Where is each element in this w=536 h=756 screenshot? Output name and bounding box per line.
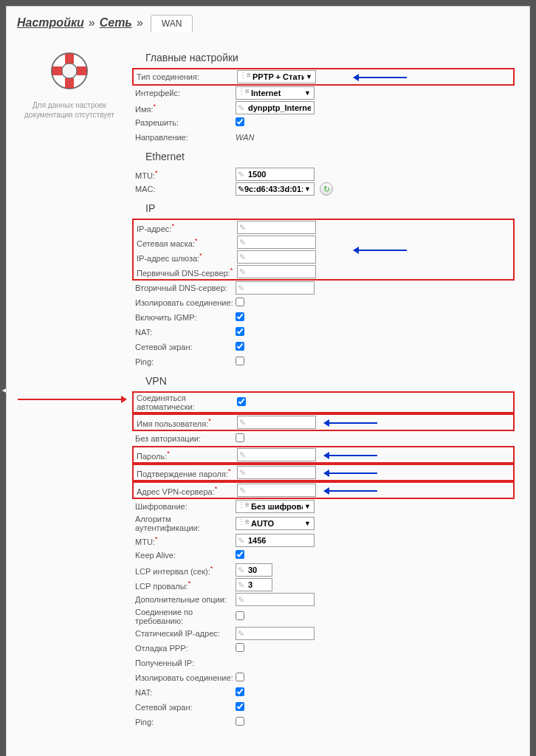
checkbox-vpn-nat[interactable] bbox=[236, 687, 244, 696]
input-vpn-mtu[interactable]: ✎ bbox=[236, 534, 315, 547]
annotation-arrow bbox=[326, 422, 377, 424]
label-vpn-firewall: Сетевой экран: bbox=[132, 703, 236, 712]
input-server[interactable]: ✎ bbox=[237, 484, 316, 497]
label-ping: Ping: bbox=[132, 357, 236, 366]
label-lcp-int: LCP интервал (сек):* bbox=[132, 565, 236, 576]
input-ip[interactable]: ✎ bbox=[237, 221, 316, 234]
label-password2: Подтверждение пароля:* bbox=[134, 467, 237, 478]
select-authalg[interactable]: ⋮≡AUTO▼ bbox=[236, 517, 315, 530]
label-nat: NAT: bbox=[132, 328, 236, 337]
breadcrumb: Настройки » Сеть » WAN bbox=[7, 7, 529, 38]
pencil-icon: ✎ bbox=[239, 267, 246, 277]
annotation-arrow bbox=[326, 472, 377, 474]
input-lcp-fail[interactable]: ✎ bbox=[236, 578, 272, 591]
label-interface: Интерфейс: bbox=[132, 89, 236, 97]
label-authalg: Алгоритм аутентификации: bbox=[132, 515, 236, 532]
pencil-icon: ✎ bbox=[239, 450, 246, 460]
pencil-icon: ✎ bbox=[239, 468, 246, 478]
label-firewall: Сетевой экран: bbox=[132, 343, 236, 351]
clone-mac-button[interactable]: ↻ bbox=[320, 182, 333, 196]
checkbox-ondemand[interactable] bbox=[236, 611, 244, 620]
help-icon bbox=[47, 49, 92, 93]
label-auto: Соединяться автоматически: bbox=[134, 394, 237, 411]
input-dns2[interactable]: ✎ bbox=[236, 281, 315, 295]
input-name[interactable]: ✎ bbox=[236, 101, 315, 114]
select-encrypt[interactable]: ⋮≡Без шифрования▼ bbox=[236, 500, 315, 513]
checkbox-vpn-firewall[interactable] bbox=[236, 702, 244, 711]
bc-sep: » bbox=[137, 16, 143, 30]
label-allow: Разрешить: bbox=[132, 118, 236, 127]
label-vpn-isolate: Изолировать соединение: bbox=[132, 673, 236, 682]
chevron-down-icon: ▼ bbox=[304, 73, 314, 80]
input-addopts[interactable]: ✎ bbox=[236, 593, 315, 606]
tab-wan[interactable]: WAN bbox=[151, 15, 193, 32]
pencil-icon: ✎ bbox=[239, 486, 246, 495]
chevron-down-icon: ▼ bbox=[303, 503, 312, 510]
chevron-down-icon: ▼ bbox=[303, 520, 312, 527]
pencil-icon: ✎ bbox=[238, 580, 244, 590]
pencil-icon: ✎ bbox=[238, 566, 244, 575]
label-encrypt: Шифрование: bbox=[132, 502, 236, 511]
select-interface[interactable]: ⋮≡ Internet ▼ bbox=[236, 86, 315, 100]
annotation-arrow bbox=[355, 250, 407, 251]
checkbox-allow[interactable] bbox=[236, 117, 244, 126]
annotation-arrow bbox=[326, 455, 377, 456]
checkbox-keepalive[interactable] bbox=[236, 550, 244, 559]
section-vpn: VPN bbox=[132, 369, 515, 391]
pencil-icon: ✎ bbox=[238, 629, 244, 639]
label-ip: IP-адрес:* bbox=[134, 222, 237, 233]
label-password: Пароль:* bbox=[134, 450, 237, 461]
input-staticip[interactable]: ✎ bbox=[236, 627, 315, 640]
checkbox-pppdebug[interactable] bbox=[236, 643, 244, 652]
pencil-icon: ✎ bbox=[239, 238, 246, 247]
input-lcp-int[interactable]: ✎ bbox=[236, 563, 272, 577]
list-icon: ⋮≡ bbox=[238, 501, 250, 512]
pencil-icon: ✎ bbox=[238, 536, 244, 546]
label-dns1: Первичный DNS-сервер:* bbox=[134, 267, 237, 278]
pencil-icon: ✎ bbox=[238, 170, 244, 179]
input-gateway[interactable]: ✎ bbox=[237, 250, 316, 264]
label-addopts: Дополнительные опции: bbox=[132, 595, 236, 604]
annotation-arrow bbox=[326, 490, 377, 492]
label-name: Имя:* bbox=[132, 103, 236, 114]
pencil-icon: ✎ bbox=[239, 223, 246, 233]
pencil-icon: ✎ bbox=[239, 418, 246, 427]
checkbox-ping[interactable] bbox=[236, 357, 244, 365]
pencil-icon: ✎ bbox=[238, 595, 244, 605]
label-keepalive: Keep Alive: bbox=[132, 551, 236, 560]
checkbox-noauth[interactable] bbox=[236, 433, 244, 442]
label-isolate: Изолировать соединение: bbox=[132, 298, 236, 307]
checkbox-firewall[interactable] bbox=[236, 342, 244, 351]
label-eth-mtu: MTU:* bbox=[132, 169, 236, 180]
checkbox-nat[interactable] bbox=[236, 327, 244, 336]
input-mask[interactable]: ✎ bbox=[237, 236, 316, 249]
checkbox-vpn-ping[interactable] bbox=[236, 717, 244, 726]
refresh-icon: ↻ bbox=[323, 185, 330, 194]
list-icon: ⋮≡ bbox=[238, 87, 250, 99]
bc-network[interactable]: Сеть bbox=[100, 16, 132, 30]
checkbox-igmp[interactable] bbox=[236, 312, 244, 321]
input-eth-mtu[interactable]: ✎ bbox=[236, 168, 315, 181]
svg-point-3 bbox=[62, 63, 77, 78]
pencil-icon: ✎ bbox=[238, 103, 244, 113]
section-main: Главные настройки bbox=[132, 46, 515, 68]
checkbox-auto[interactable] bbox=[237, 397, 246, 406]
label-vpn-ping: Ping: bbox=[132, 718, 236, 726]
input-dns1[interactable]: ✎ bbox=[237, 265, 316, 278]
help-text: Для данных настроек документация отсутст… bbox=[14, 100, 125, 120]
label-mac: MAC: bbox=[132, 185, 236, 193]
select-mac[interactable]: ✎ 9c:d6:43:3d:01:05 ▼ bbox=[236, 182, 315, 196]
annotation-arrow bbox=[355, 77, 407, 78]
checkbox-vpn-isolate[interactable] bbox=[236, 673, 244, 681]
input-password[interactable]: ✎ bbox=[237, 448, 316, 461]
label-noauth: Без авторизации: bbox=[132, 434, 236, 443]
input-password2[interactable]: ✎ bbox=[237, 466, 316, 479]
label-dns2: Вторичный DNS-сервер: bbox=[132, 284, 236, 292]
checkbox-isolate[interactable] bbox=[236, 298, 244, 306]
pencil-icon: ✎ bbox=[239, 252, 246, 262]
section-ethernet: Ethernet bbox=[132, 145, 515, 167]
input-user[interactable]: ✎ bbox=[237, 416, 316, 429]
label-vpn-mtu: MTU:* bbox=[132, 535, 236, 546]
bc-settings[interactable]: Настройки bbox=[17, 16, 84, 30]
select-conn-type[interactable]: ⋮≡ PPTP + Статический I ▼ bbox=[237, 70, 316, 83]
